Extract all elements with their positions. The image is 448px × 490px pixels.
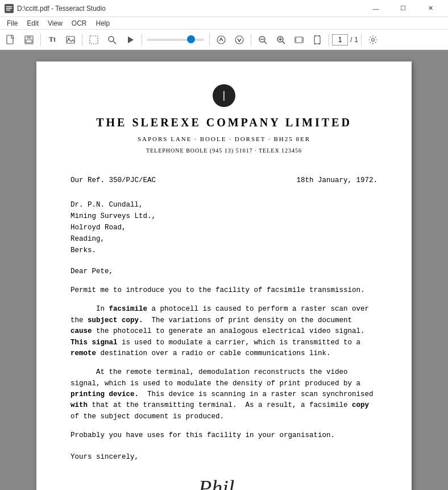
recipient-line-3: Holroyd Road, (70, 222, 378, 233)
menu-edit[interactable]: Edit (22, 18, 43, 28)
paragraph-1: Permit me to introduce you to the facili… (70, 285, 378, 296)
svg-point-33 (372, 38, 375, 41)
zoom-slider-thumb[interactable] (187, 35, 195, 43)
fit-width-button[interactable] (291, 32, 308, 48)
bold-with: with (70, 401, 88, 409)
letter-body: Permit me to introduce you to the facili… (70, 285, 378, 442)
new-icon (6, 35, 16, 45)
play-button[interactable] (122, 32, 139, 48)
bold-remote: remote (70, 349, 96, 357)
zoom-in-icon (276, 35, 286, 45)
letter-meta: Our Ref. 350/PJC/EAC 18th January, 1972. (70, 175, 378, 186)
scroll-up-button[interactable] (213, 32, 230, 48)
menu-file[interactable]: File (2, 18, 22, 28)
image-tool-button[interactable] (62, 32, 79, 48)
fit-page-icon (312, 35, 322, 45)
scroll-down-button[interactable] (231, 32, 248, 48)
image-icon (65, 35, 76, 45)
svg-rect-1 (6, 6, 12, 7)
text-tool-button[interactable]: Tt (44, 32, 61, 48)
fit-width-icon (294, 35, 304, 45)
menu-bar: File Edit View OCR Help (0, 17, 448, 30)
pdf-page: | THE SLEREXE COMPANY LIMITED SAPORS LAN… (36, 61, 412, 490)
page-total-separator: / (350, 36, 352, 44)
recipient-line-1: Dr. P.N. Cundall, (70, 199, 378, 211)
recipient-block: Dr. P.N. Cundall, Mining Surveys Ltd., H… (70, 199, 378, 256)
search-icon (107, 35, 117, 45)
company-address: SAPORS LANE · BOOLE · DORSET · BH25 8ER (70, 134, 378, 144)
svg-line-12 (113, 41, 116, 44)
signature: Phil. (70, 468, 378, 490)
bold-facsimile: facsimile (109, 305, 148, 313)
pdf-viewer[interactable]: | THE SLEREXE COMPANY LIMITED SAPORS LAN… (0, 50, 448, 490)
bold-copy: copy (352, 401, 369, 409)
menu-ocr[interactable]: OCR (67, 18, 92, 28)
separator-7 (361, 34, 362, 46)
separator-2 (82, 34, 82, 46)
svg-rect-6 (27, 36, 31, 39)
closing: Yours sincerely, Phil. (70, 452, 378, 491)
separator-3 (142, 34, 142, 46)
svg-point-11 (109, 36, 114, 42)
logo-char: | (221, 88, 227, 104)
main-area: | THE SLEREXE COMPANY LIMITED SAPORS LAN… (0, 50, 448, 490)
save-button[interactable] (20, 32, 38, 48)
title-bar-controls: — ☐ ✕ (363, 0, 443, 17)
search-button[interactable] (103, 32, 121, 48)
page-number-input[interactable] (332, 34, 348, 46)
svg-line-17 (264, 41, 267, 44)
zoom-slider[interactable] (147, 39, 204, 41)
select-icon (89, 35, 99, 45)
window-title: D:\ccitt.pdf - Tesseract Studio (17, 5, 106, 13)
letter-date: 18th January, 1972. (296, 175, 378, 186)
settings-icon (368, 35, 378, 45)
minimize-button[interactable]: — (363, 0, 389, 17)
paragraph-2: In facsimile a photocell is caused to pe… (70, 304, 378, 359)
page-navigation: / 1 (332, 34, 358, 46)
svg-rect-8 (67, 36, 74, 43)
page-total: 1 (354, 36, 358, 44)
svg-text:Phil.: Phil. (198, 476, 240, 490)
zoom-in-button[interactable] (272, 32, 289, 48)
zoom-out-button[interactable] (254, 32, 271, 48)
svg-rect-4 (7, 35, 13, 44)
title-bar-left: D:\ccitt.pdf - Tesseract Studio (5, 4, 106, 13)
svg-point-14 (217, 36, 225, 44)
new-button[interactable] (2, 32, 19, 48)
settings-button[interactable] (364, 32, 381, 48)
svg-rect-3 (6, 10, 10, 11)
svg-marker-13 (128, 36, 134, 43)
zoom-out-icon (258, 35, 268, 45)
separator-5 (251, 34, 251, 46)
scroll-down-icon (234, 35, 244, 45)
toolbar: Tt (0, 30, 448, 50)
menu-view[interactable]: View (43, 18, 67, 28)
company-logo: | (70, 84, 378, 107)
fit-page-button[interactable] (309, 32, 326, 48)
signature-svg: Phil. (196, 468, 264, 490)
svg-line-20 (283, 41, 285, 44)
paragraph-3: At the remote terminal, demodulation rec… (70, 367, 378, 422)
bold-subject: subject copy. (88, 316, 143, 324)
select-button[interactable] (85, 32, 102, 48)
separator-6 (329, 34, 329, 46)
company-phone: TELEPHONE BOOLE (945 13) 51617 · TELEX 1… (70, 146, 378, 155)
scroll-up-icon (216, 35, 226, 45)
bold-cause: cause (70, 327, 92, 335)
menu-help[interactable]: Help (92, 18, 115, 28)
letter-ref: Our Ref. 350/PJC/EAC (70, 175, 156, 186)
recipient-line-4: Reading, (70, 233, 378, 245)
svg-rect-2 (6, 8, 12, 9)
play-icon (125, 35, 135, 45)
svg-rect-28 (314, 36, 320, 44)
logo-circle: | (213, 84, 235, 107)
paragraph-4: Probably you have uses for this facility… (70, 430, 378, 441)
salutation: Dear Pete, (70, 266, 378, 277)
save-icon (24, 35, 34, 45)
bold-signal: This signal (70, 339, 118, 347)
title-bar: D:\ccitt.pdf - Tesseract Studio — ☐ ✕ (0, 0, 448, 17)
recipient-line-5: Berks. (70, 245, 378, 256)
close-button[interactable]: ✕ (417, 0, 443, 17)
svg-rect-10 (90, 36, 98, 44)
maximize-button[interactable]: ☐ (390, 0, 416, 17)
